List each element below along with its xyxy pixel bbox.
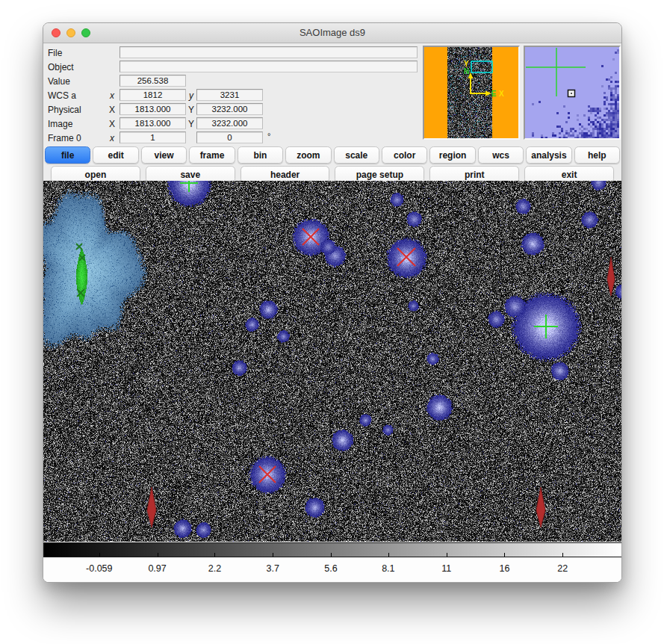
colorbar-label: 8.1 (382, 563, 394, 574)
image-x-field[interactable]: 1813.000 (120, 117, 186, 129)
menu-button-bin[interactable]: bin (238, 146, 283, 164)
menu-bar: file edit view frame bin zoom scale colo… (43, 143, 621, 181)
menu-button-scale[interactable]: scale (334, 146, 379, 164)
menu-button-region[interactable]: region (429, 146, 475, 164)
physical-x-label: X (108, 105, 117, 115)
menu-button-analysis[interactable]: analysis (526, 146, 571, 164)
physical-x-field[interactable]: 1813.000 (120, 103, 186, 115)
image-row: Image X 1813.000 Y 3232.000 (43, 117, 465, 131)
wcs-x-label: x (108, 90, 117, 101)
menu-button-zoom[interactable]: zoom (285, 146, 331, 164)
frame-label: Frame 0 (48, 133, 81, 143)
object-label: Object (48, 62, 74, 72)
window-title: SAOImage ds9 (43, 23, 621, 42)
colorbar-tick (331, 553, 332, 557)
image-label: Image (48, 119, 72, 129)
colorbar-area: -0.0590.972.23.75.68.1111622 (43, 542, 621, 583)
colorbar-tick (158, 553, 158, 557)
panner[interactable] (423, 46, 520, 140)
colorbar-tick (504, 553, 505, 557)
close-button[interactable] (52, 28, 60, 37)
colorbar-tick (562, 553, 563, 557)
physical-y-label: Y (187, 105, 196, 115)
colorbar-tick (273, 553, 273, 557)
panner-canvas[interactable] (424, 47, 518, 138)
image-y-label: Y (187, 119, 196, 129)
file-label: File (48, 48, 62, 58)
colorbar-label: 16 (499, 563, 509, 574)
colorbar-tick (388, 553, 389, 557)
magnifier-canvas[interactable] (525, 47, 619, 138)
menu-button-frame[interactable]: frame (189, 146, 235, 164)
colorbar-label: 0.97 (148, 563, 166, 574)
main-image-canvas[interactable] (43, 181, 622, 542)
colorbar-label: 11 (441, 563, 451, 574)
colorbar-label: 22 (557, 563, 568, 574)
physical-label: Physical (48, 105, 81, 115)
wcs-x-field[interactable]: 1812 (120, 89, 186, 101)
frame-zoom-field[interactable]: 1 (120, 131, 186, 143)
colorbar-tick (447, 553, 447, 557)
colorbar[interactable] (43, 542, 621, 557)
wcs-y-label: y (187, 90, 196, 101)
coordinate-readout: File Object Value 256.538 WCS a x 1812 y… (43, 46, 465, 145)
menu-button-view[interactable]: view (141, 146, 187, 164)
traffic-lights (52, 28, 90, 37)
wcs-label: WCS a (48, 90, 76, 101)
physical-row: Physical X 1813.000 Y 3232.000 (43, 102, 465, 117)
image-y-field[interactable]: 3232.000 (196, 117, 263, 129)
value-label: Value (48, 76, 70, 87)
frame-zoom-label: x (108, 133, 117, 143)
minimize-button[interactable] (66, 28, 75, 37)
object-row: Object (43, 60, 465, 74)
colorbar-labels: -0.0590.972.23.75.68.1111622 (43, 557, 621, 583)
colorbar-label: 2.2 (208, 563, 221, 574)
value-row: Value 256.538 (43, 74, 465, 88)
menu-button-file[interactable]: file (45, 146, 90, 164)
image-display[interactable] (43, 181, 621, 542)
wcs-row: WCS a x 1812 y 3231 (43, 88, 465, 102)
colorbar-tick (99, 553, 100, 557)
menu-button-wcs[interactable]: wcs (478, 146, 524, 164)
colorbar-label: -0.059 (86, 563, 112, 574)
frame-rotation-field[interactable]: 0 (196, 131, 263, 143)
physical-y-field[interactable]: 3232.000 (196, 103, 263, 115)
colorbar-gradient[interactable] (43, 542, 622, 557)
ds9-window: SAOImage ds9 File Object Value 256.538 W… (43, 22, 622, 583)
value-field[interactable]: 256.538 (120, 75, 186, 87)
degree-symbol: ° (267, 131, 270, 140)
menu-button-help[interactable]: help (574, 146, 620, 164)
colorbar-label: 3.7 (266, 563, 279, 574)
object-field[interactable] (120, 61, 418, 72)
image-x-label: X (108, 119, 117, 129)
menu-button-color[interactable]: color (382, 146, 427, 164)
info-panel: File Object Value 256.538 WCS a x 1812 y… (43, 43, 621, 143)
file-field[interactable] (120, 46, 418, 58)
primary-menu-row: file edit view frame bin zoom scale colo… (43, 143, 621, 164)
zoom-button[interactable] (81, 28, 90, 37)
colorbar-tick (214, 553, 215, 557)
file-row: File (43, 46, 465, 60)
magnifier[interactable] (524, 46, 621, 140)
titlebar[interactable]: SAOImage ds9 (43, 23, 621, 43)
wcs-y-field[interactable]: 3231 (196, 89, 263, 101)
menu-button-edit[interactable]: edit (93, 146, 138, 164)
colorbar-label: 5.6 (324, 563, 337, 574)
